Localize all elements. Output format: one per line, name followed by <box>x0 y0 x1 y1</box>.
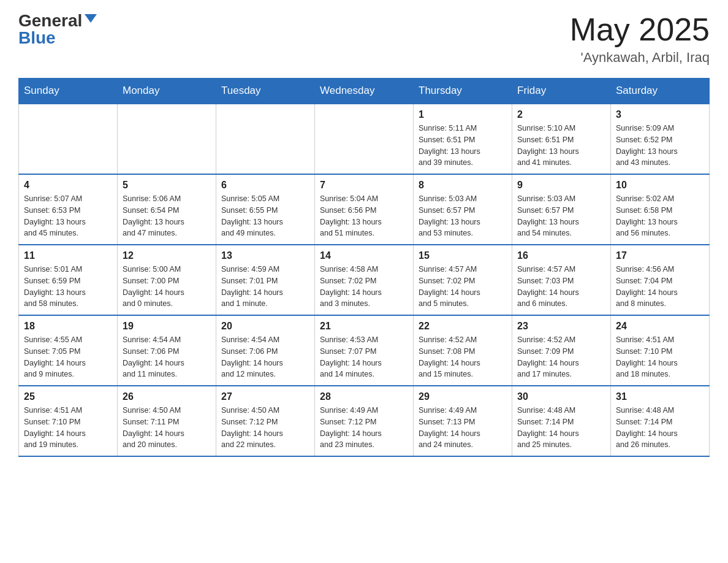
day-number: 30 <box>517 391 605 402</box>
day-number: 26 <box>123 391 211 402</box>
calendar-day-cell: 19Sunrise: 4:54 AM Sunset: 7:06 PM Dayli… <box>118 315 216 386</box>
calendar-day-cell: 5Sunrise: 5:06 AM Sunset: 6:54 PM Daylig… <box>118 174 216 245</box>
day-sun-info: Sunrise: 5:05 AM Sunset: 6:55 PM Dayligh… <box>221 193 309 239</box>
day-sun-info: Sunrise: 5:03 AM Sunset: 6:57 PM Dayligh… <box>517 193 605 239</box>
day-number: 11 <box>24 250 112 261</box>
calendar-day-cell: 2Sunrise: 5:10 AM Sunset: 6:51 PM Daylig… <box>512 104 611 174</box>
calendar-day-cell: 8Sunrise: 5:03 AM Sunset: 6:57 PM Daylig… <box>414 174 512 245</box>
calendar-day-cell: 13Sunrise: 4:59 AM Sunset: 7:01 PM Dayli… <box>216 245 315 315</box>
calendar-day-cell: 11Sunrise: 5:01 AM Sunset: 6:59 PM Dayli… <box>19 245 118 315</box>
calendar-day-cell: 1Sunrise: 5:11 AM Sunset: 6:51 PM Daylig… <box>414 104 512 174</box>
day-number: 19 <box>123 321 211 332</box>
calendar-table: SundayMondayTuesdayWednesdayThursdayFrid… <box>18 78 710 457</box>
day-number: 1 <box>419 109 507 120</box>
day-number: 29 <box>419 391 507 402</box>
calendar-header-row: SundayMondayTuesdayWednesdayThursdayFrid… <box>19 79 710 104</box>
calendar-day-cell: 25Sunrise: 4:51 AM Sunset: 7:10 PM Dayli… <box>19 386 118 456</box>
location-subtitle: 'Aynkawah, Arbil, Iraq <box>570 50 710 66</box>
day-sun-info: Sunrise: 5:11 AM Sunset: 6:51 PM Dayligh… <box>419 123 507 169</box>
day-number: 9 <box>517 180 605 191</box>
calendar-day-cell: 9Sunrise: 5:03 AM Sunset: 6:57 PM Daylig… <box>512 174 611 245</box>
day-sun-info: Sunrise: 4:54 AM Sunset: 7:06 PM Dayligh… <box>221 334 309 380</box>
day-sun-info: Sunrise: 5:00 AM Sunset: 7:00 PM Dayligh… <box>123 264 211 310</box>
day-number: 6 <box>221 180 309 191</box>
day-number: 28 <box>320 391 408 402</box>
day-sun-info: Sunrise: 5:04 AM Sunset: 6:56 PM Dayligh… <box>320 193 408 239</box>
day-sun-info: Sunrise: 4:52 AM Sunset: 7:08 PM Dayligh… <box>419 334 507 380</box>
day-sun-info: Sunrise: 4:50 AM Sunset: 7:12 PM Dayligh… <box>221 405 309 451</box>
day-number: 17 <box>616 250 704 261</box>
calendar-day-cell: 31Sunrise: 4:48 AM Sunset: 7:14 PM Dayli… <box>611 386 710 456</box>
calendar-day-cell: 3Sunrise: 5:09 AM Sunset: 6:52 PM Daylig… <box>611 104 710 174</box>
calendar-day-cell: 20Sunrise: 4:54 AM Sunset: 7:06 PM Dayli… <box>216 315 315 386</box>
calendar-day-cell: 7Sunrise: 5:04 AM Sunset: 6:56 PM Daylig… <box>315 174 414 245</box>
calendar-day-cell: 30Sunrise: 4:48 AM Sunset: 7:14 PM Dayli… <box>512 386 611 456</box>
day-sun-info: Sunrise: 4:58 AM Sunset: 7:02 PM Dayligh… <box>320 264 408 310</box>
month-year-title: May 2025 <box>570 12 710 47</box>
calendar-day-cell <box>118 104 216 174</box>
day-number: 12 <box>123 250 211 261</box>
calendar-day-cell: 28Sunrise: 4:49 AM Sunset: 7:12 PM Dayli… <box>315 386 414 456</box>
day-number: 3 <box>616 109 704 120</box>
day-number: 13 <box>221 250 309 261</box>
day-sun-info: Sunrise: 5:02 AM Sunset: 6:58 PM Dayligh… <box>616 193 704 239</box>
calendar-day-header: Monday <box>118 79 216 104</box>
calendar-day-cell <box>315 104 414 174</box>
calendar-week-row: 4Sunrise: 5:07 AM Sunset: 6:53 PM Daylig… <box>19 174 710 245</box>
day-number: 16 <box>517 250 605 261</box>
calendar-day-header: Saturday <box>611 79 710 104</box>
calendar-day-cell: 16Sunrise: 4:57 AM Sunset: 7:03 PM Dayli… <box>512 245 611 315</box>
calendar-week-row: 1Sunrise: 5:11 AM Sunset: 6:51 PM Daylig… <box>19 104 710 174</box>
day-sun-info: Sunrise: 4:48 AM Sunset: 7:14 PM Dayligh… <box>517 405 605 451</box>
day-number: 8 <box>419 180 507 191</box>
calendar-day-cell: 4Sunrise: 5:07 AM Sunset: 6:53 PM Daylig… <box>19 174 118 245</box>
day-number: 22 <box>419 321 507 332</box>
day-sun-info: Sunrise: 4:49 AM Sunset: 7:13 PM Dayligh… <box>419 405 507 451</box>
logo-arrow-icon <box>85 14 97 23</box>
calendar-day-cell <box>216 104 315 174</box>
day-sun-info: Sunrise: 4:48 AM Sunset: 7:14 PM Dayligh… <box>616 405 704 451</box>
calendar-day-cell: 27Sunrise: 4:50 AM Sunset: 7:12 PM Dayli… <box>216 386 315 456</box>
calendar-day-header: Sunday <box>19 79 118 104</box>
day-number: 2 <box>517 109 605 120</box>
day-number: 4 <box>24 180 112 191</box>
day-sun-info: Sunrise: 4:49 AM Sunset: 7:12 PM Dayligh… <box>320 405 408 451</box>
calendar-day-cell: 12Sunrise: 5:00 AM Sunset: 7:00 PM Dayli… <box>118 245 216 315</box>
day-sun-info: Sunrise: 4:55 AM Sunset: 7:05 PM Dayligh… <box>24 334 112 380</box>
calendar-day-header: Thursday <box>414 79 512 104</box>
day-sun-info: Sunrise: 5:07 AM Sunset: 6:53 PM Dayligh… <box>24 193 112 239</box>
day-number: 10 <box>616 180 704 191</box>
calendar-day-cell: 15Sunrise: 4:57 AM Sunset: 7:02 PM Dayli… <box>414 245 512 315</box>
calendar-day-cell <box>19 104 118 174</box>
calendar-day-cell: 26Sunrise: 4:50 AM Sunset: 7:11 PM Dayli… <box>118 386 216 456</box>
day-sun-info: Sunrise: 5:03 AM Sunset: 6:57 PM Dayligh… <box>419 193 507 239</box>
calendar-day-header: Wednesday <box>315 79 414 104</box>
day-sun-info: Sunrise: 4:57 AM Sunset: 7:02 PM Dayligh… <box>419 264 507 310</box>
day-number: 21 <box>320 321 408 332</box>
calendar-week-row: 25Sunrise: 4:51 AM Sunset: 7:10 PM Dayli… <box>19 386 710 456</box>
calendar-day-cell: 14Sunrise: 4:58 AM Sunset: 7:02 PM Dayli… <box>315 245 414 315</box>
day-number: 25 <box>24 391 112 402</box>
calendar-day-cell: 17Sunrise: 4:56 AM Sunset: 7:04 PM Dayli… <box>611 245 710 315</box>
day-sun-info: Sunrise: 4:54 AM Sunset: 7:06 PM Dayligh… <box>123 334 211 380</box>
day-sun-info: Sunrise: 4:51 AM Sunset: 7:10 PM Dayligh… <box>24 405 112 451</box>
day-number: 23 <box>517 321 605 332</box>
calendar-week-row: 11Sunrise: 5:01 AM Sunset: 6:59 PM Dayli… <box>19 245 710 315</box>
calendar-day-cell: 22Sunrise: 4:52 AM Sunset: 7:08 PM Dayli… <box>414 315 512 386</box>
day-sun-info: Sunrise: 4:52 AM Sunset: 7:09 PM Dayligh… <box>517 334 605 380</box>
calendar-week-row: 18Sunrise: 4:55 AM Sunset: 7:05 PM Dayli… <box>19 315 710 386</box>
logo-blue-text: Blue <box>18 29 56 47</box>
day-number: 20 <box>221 321 309 332</box>
day-number: 15 <box>419 250 507 261</box>
day-number: 24 <box>616 321 704 332</box>
calendar-day-header: Tuesday <box>216 79 315 104</box>
calendar-day-cell: 24Sunrise: 4:51 AM Sunset: 7:10 PM Dayli… <box>611 315 710 386</box>
page-header: General Blue May 2025 'Aynkawah, Arbil, … <box>18 12 710 66</box>
day-sun-info: Sunrise: 4:56 AM Sunset: 7:04 PM Dayligh… <box>616 264 704 310</box>
calendar-day-cell: 29Sunrise: 4:49 AM Sunset: 7:13 PM Dayli… <box>414 386 512 456</box>
day-sun-info: Sunrise: 4:53 AM Sunset: 7:07 PM Dayligh… <box>320 334 408 380</box>
day-sun-info: Sunrise: 5:10 AM Sunset: 6:51 PM Dayligh… <box>517 123 605 169</box>
day-number: 7 <box>320 180 408 191</box>
day-number: 5 <box>123 180 211 191</box>
day-number: 31 <box>616 391 704 402</box>
